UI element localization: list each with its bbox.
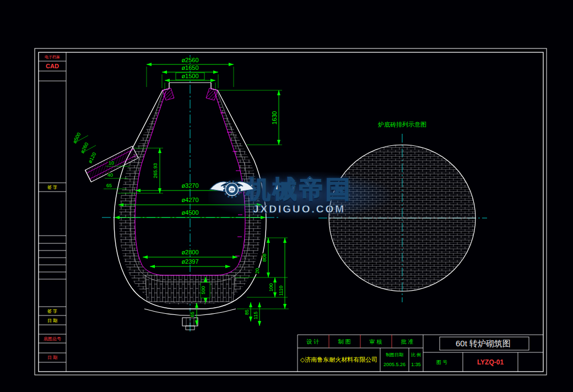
dim-1110: 1110 (278, 286, 284, 296)
drawing-no-label: 图 号 (436, 360, 448, 365)
watermark: JX 机械帝国 JXDIGUO.COM (208, 172, 390, 219)
dim-4270: ø4270 (181, 197, 198, 203)
company-name: ◇济南鲁东耐火材料有限公司 (300, 356, 377, 363)
scale-value: 1:35 (411, 362, 421, 367)
dim-265-93: 265.93 (153, 163, 158, 178)
dim-20: 20 (255, 268, 260, 274)
bottom-view-label: 炉底砖排列示意图 (378, 121, 426, 128)
dim-tap-120: ø120 (87, 151, 97, 164)
dim-808: 808 (262, 253, 267, 262)
dim-2397: ø2397 (181, 258, 198, 265)
mouth-block-right (206, 88, 218, 100)
title-block: 设 计 制 图 审 核 批 准 ◇济南鲁东耐火材料有限公司 制图日期 2005.… (298, 335, 543, 372)
dim-2800: ø2800 (181, 249, 198, 255)
dim-65: 65 (106, 183, 112, 188)
dim-65-bottom: 65 (190, 312, 195, 317)
bottom-slab-bricks (145, 275, 235, 302)
dim-40: 40 (107, 172, 113, 178)
drawing-no-value: LYZQ-01 (477, 358, 504, 366)
dim-tap-260: ø260 (79, 141, 89, 154)
dim-1500: ø1500 (181, 73, 198, 79)
date-label: 制图日期 (386, 352, 403, 357)
strip-archive-label: 电子档案 (45, 55, 60, 59)
col-draft: 制 图 (338, 339, 351, 345)
dim-100: 100 (268, 283, 274, 291)
scale-label: 比 例 (411, 352, 421, 357)
winged-gear-logo-icon: JX (208, 172, 256, 204)
watermark-domain: JXDIGUO.COM (253, 204, 345, 214)
watermark-title: 机械帝国 (246, 177, 352, 202)
dim-1630: 1630 (271, 111, 278, 124)
drawing-title: 60t 转炉砌筑图 (456, 339, 511, 348)
dim-tap-500: ø500 (72, 132, 82, 144)
strip-date2-label: 日 期 (47, 355, 57, 360)
strip-baseno-label: 底图总号 (44, 336, 61, 341)
col-approve: 批 准 (401, 339, 414, 345)
strip-cad-label: CAD (46, 63, 59, 69)
strip-date-label: 日 期 (47, 318, 57, 323)
date-value: 2005.5.26 (383, 362, 406, 367)
strip-sign-label: 签 字 (47, 185, 57, 190)
svg-text:JX: JX (230, 188, 235, 192)
dim-2560: ø2560 (181, 57, 198, 63)
col-design: 设 计 (306, 339, 320, 345)
dim-500: 500 (201, 286, 206, 294)
dim-1650: ø1650 (181, 64, 198, 71)
col-check: 审 核 (370, 339, 382, 345)
dim-10: 10 (109, 160, 114, 166)
mouth-block-left (163, 88, 174, 100)
dim-85: 85 (244, 309, 250, 315)
cad-drawing-canvas: 电子档案 CAD 签 字 签 字 日 期 底图总号 日 期 (0, 0, 573, 392)
dim-3270: ø3270 (181, 182, 198, 189)
dim-4500: ø4500 (181, 209, 198, 216)
strip-sign2-label: 签 字 (47, 309, 57, 314)
dim-115: 115 (253, 312, 258, 319)
